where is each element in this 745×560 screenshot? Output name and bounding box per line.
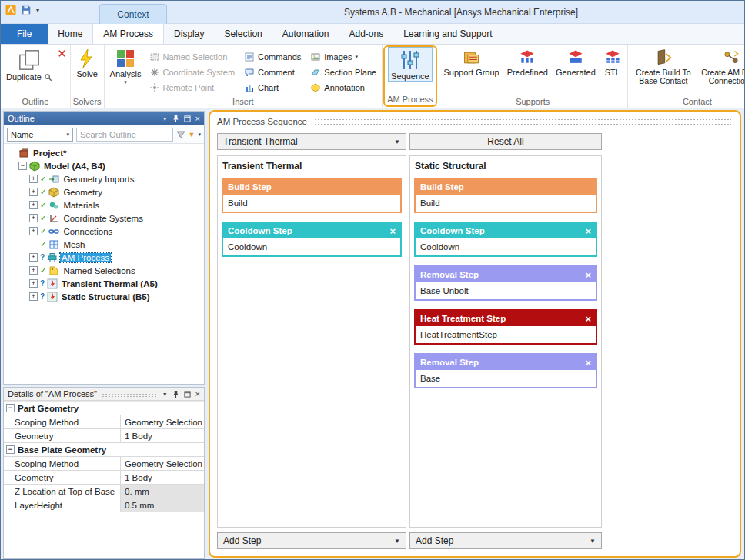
tree-expander[interactable]: + xyxy=(29,188,38,196)
menu-tab-automation[interactable]: Automation xyxy=(272,24,339,44)
duplicate-icon xyxy=(18,48,41,72)
close-icon[interactable]: × xyxy=(195,391,200,398)
context-tab[interactable]: Context xyxy=(99,4,167,24)
insert-item-comment[interactable]: Comment xyxy=(244,65,301,78)
close-icon[interactable]: × xyxy=(195,115,200,122)
name-filter-dropdown[interactable]: Name ▾ xyxy=(7,128,73,142)
step-card-removal-step[interactable]: Removal Step×Base Unbolt xyxy=(414,265,597,301)
add-step-dropdown[interactable]: Add Step▼ xyxy=(217,532,406,549)
category-expander[interactable]: − xyxy=(6,445,15,454)
duplicate-button[interactable]: Duplicate xyxy=(3,46,55,82)
step-card-removal-step[interactable]: Removal Step×Base xyxy=(414,353,597,388)
tree-item-geometry-imports[interactable]: +✓Geometry Imports xyxy=(4,172,204,185)
delete-button[interactable] xyxy=(57,48,68,58)
insert-item-coordinate-system[interactable]: Coordinate System xyxy=(149,65,236,78)
insert-item-label: Named Selection xyxy=(163,52,228,62)
close-step-button[interactable]: × xyxy=(585,358,591,368)
tree-expander[interactable]: − xyxy=(18,162,27,170)
step-card-cooldown-step[interactable]: Cooldown Step×Cooldown xyxy=(414,222,597,257)
sequence-button[interactable]: Sequence xyxy=(388,47,433,82)
menu-tab-display[interactable]: Display xyxy=(164,24,214,44)
details-property-value[interactable]: Geometry Selection xyxy=(121,415,204,428)
tree-item-geometry[interactable]: +✓Geometry xyxy=(4,185,204,198)
step-card-cooldown-step[interactable]: Cooldown Step×Cooldown xyxy=(222,222,402,257)
solve-button[interactable]: Solve xyxy=(73,46,101,79)
details-category-base-plate-geometry[interactable]: −Base Plate Geometry xyxy=(4,443,204,457)
insert-item-named-selection[interactable]: Named Selection xyxy=(149,50,236,63)
details-row-z-location-at-top-of-base: Z Location at Top of Base0. mm xyxy=(4,485,204,498)
step-card-heat-treatment-step[interactable]: Heat Treatment Step×HeatTreatmentStep xyxy=(414,309,597,345)
close-step-button[interactable]: × xyxy=(585,226,591,236)
insert-item-section-plane[interactable]: Section Plane xyxy=(310,65,376,78)
tree-item-coordinate-systems[interactable]: +✓Coordinate Systems xyxy=(4,212,204,225)
float-icon[interactable] xyxy=(184,115,191,122)
tree-item-model-a4-b4[interactable]: −Model (A4, B4) xyxy=(4,159,204,172)
search-input[interactable] xyxy=(76,128,173,142)
tree-item-am-process[interactable]: +?AM Process xyxy=(4,251,204,264)
window-menu-icon[interactable]: ▼ xyxy=(162,115,168,122)
ribbon-button-stl[interactable]: STL xyxy=(600,46,625,78)
tree-item-mesh[interactable]: ✓Mesh xyxy=(4,238,204,251)
details-property-value[interactable]: 0. mm xyxy=(121,485,204,498)
ribbon-button-support-group[interactable]: Support Group xyxy=(441,46,503,78)
close-step-button[interactable]: × xyxy=(389,226,396,236)
float-icon[interactable] xyxy=(184,391,191,398)
insert-item-remote-point[interactable]: Remote Point xyxy=(149,81,236,94)
menu-tab-home[interactable]: Home xyxy=(48,24,92,44)
expand-collapse-icon[interactable]: ▼ xyxy=(189,131,195,138)
tree-expander[interactable]: + xyxy=(29,279,38,288)
menu-tab-add-ons[interactable]: Add-ons xyxy=(339,24,393,44)
reset-all-button[interactable]: Reset All xyxy=(409,133,602,150)
details-category-part-geometry[interactable]: −Part Geometry xyxy=(4,402,204,415)
ribbon-button-create-build-to-base-contact[interactable]: Create Build To Base Contact xyxy=(630,46,697,86)
sequence-column-transient-thermal: Transient ThermalBuild StepBuildCooldown… xyxy=(217,155,406,549)
ribbon-button-predefined[interactable]: Predefined xyxy=(504,46,551,78)
tree-expander[interactable]: + xyxy=(29,227,38,235)
save-icon[interactable] xyxy=(21,5,32,15)
step-card-build-step[interactable]: Build StepBuild xyxy=(414,178,597,213)
tree-item-transient-thermal-a5[interactable]: +?Transient Thermal (A5) xyxy=(4,277,204,290)
pin-icon[interactable] xyxy=(172,115,179,123)
tree-item-project[interactable]: Project* xyxy=(4,146,204,159)
close-step-button[interactable]: × xyxy=(585,270,591,280)
ribbon-button-create-am-bond-connections[interactable]: Create AM Bond Connections xyxy=(698,46,744,86)
details-property-value[interactable]: 1 Body xyxy=(121,429,204,442)
ribbon-button-label: Predefined xyxy=(507,68,548,77)
caret-down-icon[interactable]: ▾ xyxy=(198,132,201,138)
tree-expander[interactable]: + xyxy=(29,292,38,301)
remote-point-icon xyxy=(149,82,160,93)
menu-tab-file[interactable]: File xyxy=(1,24,48,44)
tree-item-connections[interactable]: +✓Connections xyxy=(4,225,204,238)
analysis-button[interactable]: Analysis ▾ xyxy=(107,46,145,85)
tree-expander[interactable]: + xyxy=(29,253,38,262)
ribbon-button-generated[interactable]: Generated xyxy=(553,46,599,78)
details-property-value[interactable]: 0.5 mm xyxy=(121,498,204,512)
tree-item-materials[interactable]: +✓Materials xyxy=(4,198,204,212)
details-property-value[interactable]: Geometry Selection xyxy=(121,457,204,470)
insert-item-commands[interactable]: Commands xyxy=(244,50,301,63)
details-property-value[interactable]: 1 Body xyxy=(121,471,204,484)
menu-tab-am-process[interactable]: AM Process xyxy=(92,24,164,44)
tree-item-static-structural-b5[interactable]: +?Static Structural (B5) xyxy=(4,290,204,303)
caret-down-icon[interactable]: ▾ xyxy=(36,7,39,14)
window-menu-icon[interactable]: ▼ xyxy=(162,391,168,398)
insert-item-images[interactable]: Images▾ xyxy=(310,50,376,63)
insert-item-chart[interactable]: Chart xyxy=(244,81,301,94)
close-step-button[interactable]: × xyxy=(585,314,591,324)
pin-icon[interactable] xyxy=(172,390,179,398)
insert-item-annotation[interactable]: Annotation xyxy=(310,81,376,94)
environment-selector[interactable]: Transient Thermal ▼ xyxy=(217,133,406,150)
menu-tab-learning-and-support[interactable]: Learning and Support xyxy=(393,24,502,44)
add-step-dropdown[interactable]: Add Step▼ xyxy=(409,532,602,549)
tree-expander[interactable]: + xyxy=(29,175,38,183)
tree-expander[interactable]: + xyxy=(29,201,38,209)
funnel-icon[interactable] xyxy=(176,130,185,139)
find-icon[interactable] xyxy=(44,73,52,82)
step-card-build-step[interactable]: Build StepBuild xyxy=(222,178,402,213)
tree-item-named-selections[interactable]: +✓Named Selections xyxy=(4,264,204,277)
menu-tab-selection[interactable]: Selection xyxy=(214,24,272,44)
category-expander[interactable]: − xyxy=(6,404,15,412)
step-type-label: Build Step xyxy=(228,182,272,192)
tree-expander[interactable]: + xyxy=(29,214,38,222)
tree-expander[interactable]: + xyxy=(29,266,38,275)
